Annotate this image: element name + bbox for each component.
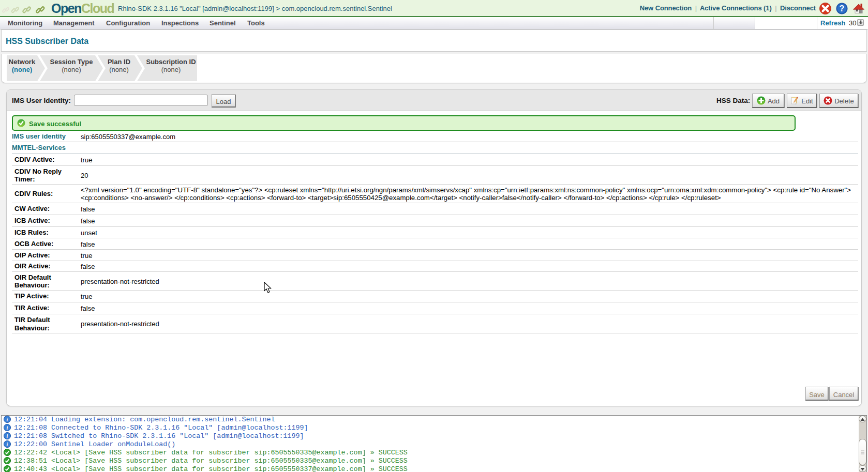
svg-text:i: i xyxy=(7,433,8,439)
svg-text:i: i xyxy=(7,417,8,422)
svg-text:i: i xyxy=(7,441,8,447)
svg-text:?: ? xyxy=(840,4,845,13)
svg-text:i: i xyxy=(7,425,8,431)
